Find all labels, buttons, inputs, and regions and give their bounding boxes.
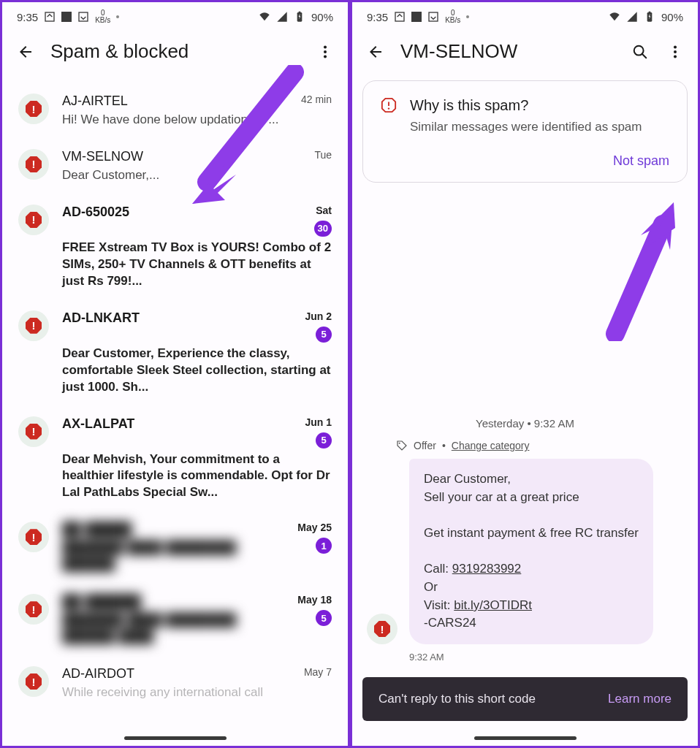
wifi-icon — [259, 11, 270, 23]
battery-percent: 90% — [311, 11, 333, 23]
unread-badge: 30 — [314, 221, 332, 237]
list-item[interactable]: ! VM-SELNOW Tue Dear Customer,... — [2, 139, 348, 194]
not-spam-button[interactable]: Not spam — [613, 153, 669, 168]
status-dot — [466, 15, 469, 18]
svg-point-6 — [324, 55, 327, 58]
spam-octagon-icon: ! — [26, 156, 42, 172]
status-time: 9:35 — [367, 11, 388, 23]
item-time: May 25 — [297, 522, 332, 533]
preview: ███████ ████ ████████ ██████ ████ — [62, 612, 284, 646]
svg-point-12 — [674, 45, 677, 48]
phone-conversation: 9:35 0KB/s 90% VM-SELNOW — [350, 0, 700, 748]
list-item-blurred[interactable]: ! ██-██████ ███████ ████ ████████ ██████… — [2, 584, 348, 656]
app-bar: Spam & blocked — [2, 27, 348, 76]
spam-card-title: Why is this spam? — [410, 97, 669, 114]
sender: AJ-AIRTEL — [62, 94, 128, 109]
signal-icon — [276, 11, 288, 23]
preview: Dear Customer,... — [62, 167, 332, 184]
item-time: May 7 — [304, 666, 332, 678]
list-item[interactable]: ! AD-AIRDOT May 7 While receiving any in… — [2, 656, 348, 711]
app-bar: VM-SELNOW — [352, 27, 698, 76]
preview: ███████ ████ ████████ ██████ — [62, 540, 284, 573]
conversation-area[interactable]: Yesterday • 9:32 AM Offer • Change categ… — [352, 187, 698, 670]
preview: Dear Customer, Experience the classy, co… — [62, 346, 332, 396]
preview: Dear Mehvish, Your commitment to a healt… — [62, 451, 332, 502]
spam-avatar: ! — [18, 666, 49, 697]
status-icon-square — [61, 12, 72, 22]
spam-avatar: ! — [18, 310, 49, 341]
list-item[interactable]: ! AD-650025 Sat30 FREE Xstream TV Box is… — [2, 194, 348, 300]
svg-point-14 — [674, 55, 677, 58]
battery-icon — [644, 11, 655, 23]
item-time: May 18 — [297, 594, 332, 606]
item-time: Jun 2 — [305, 310, 332, 322]
preview: While receiving any international call — [62, 684, 332, 701]
unread-badge: 1 — [316, 538, 332, 554]
svg-point-17 — [388, 107, 389, 109]
item-time: Tue — [314, 149, 332, 161]
list-item[interactable]: ! AD-LNKART Jun 25 Dear Customer, Experi… — [2, 300, 348, 406]
svg-rect-10 — [649, 12, 651, 13]
svg-point-4 — [324, 45, 327, 48]
status-bar: 9:35 0KB/s 90% — [352, 2, 698, 27]
status-time: 9:35 — [17, 11, 38, 23]
preview: FREE Xstream TV Box is YOURS! Combo of 2… — [62, 240, 332, 290]
spam-octagon-icon: ! — [374, 621, 390, 637]
sender: AX-LALPAT — [62, 416, 134, 432]
status-icon-2 — [77, 11, 89, 23]
back-arrow-icon[interactable] — [17, 43, 34, 61]
change-category-link[interactable]: Change category — [452, 440, 530, 451]
unread-badge: 5 — [316, 432, 332, 449]
back-arrow-icon[interactable] — [367, 43, 384, 61]
conversation-title[interactable]: VM-SELNOW — [400, 40, 616, 63]
spam-octagon-icon: ! — [26, 212, 42, 228]
preview: Hi! We have done below updation on ... — [62, 112, 332, 129]
spam-avatar: ! — [18, 416, 49, 447]
spam-avatar: ! — [18, 94, 49, 124]
page-title: Spam & blocked — [50, 40, 301, 63]
spam-explanation-card: Why is this spam? Similar messages were … — [362, 80, 688, 183]
status-net-speed: 0KB/s — [445, 9, 460, 24]
message-timestamp: Yesterday • 9:32 AM — [352, 417, 698, 430]
svg-point-13 — [674, 50, 677, 53]
sender-avatar[interactable]: ! — [367, 614, 397, 644]
nav-pill[interactable] — [124, 736, 227, 740]
tag-icon — [396, 440, 408, 451]
sender: ██-██████ — [62, 594, 141, 609]
learn-more-link[interactable]: Learn more — [608, 692, 672, 706]
sender: AD-650025 — [62, 205, 129, 220]
nav-pill[interactable] — [474, 736, 577, 740]
unread-badge: 5 — [316, 610, 332, 626]
sender: AD-LNKART — [62, 310, 140, 326]
more-vert-icon[interactable] — [667, 44, 683, 60]
item-time: 42 min — [301, 94, 332, 105]
message-row: ! Dear Customer, Sell your car at a grea… — [352, 459, 698, 649]
cannot-reply-banner: Can't reply to this short code Learn mor… — [362, 677, 688, 721]
signal-icon — [626, 11, 638, 23]
message-bubble[interactable]: Dear Customer, Sell your car at a great … — [409, 459, 653, 644]
list-item[interactable]: ! AX-LALPAT Jun 15 Dear Mehvish, Your co… — [2, 406, 348, 512]
list-item[interactable]: ! AJ-AIRTEL 42 min Hi! We have done belo… — [2, 83, 348, 139]
item-time: Sat — [316, 205, 332, 216]
spam-octagon-icon: ! — [26, 529, 42, 545]
category-row: Offer • Change category — [352, 438, 698, 459]
status-dot — [116, 15, 119, 18]
phone-spam-list: 9:35 0KB/s 90% Spam & blocked — [0, 0, 350, 748]
phone-link[interactable]: 9319283992 — [452, 562, 522, 576]
battery-percent: 90% — [661, 11, 683, 23]
search-icon[interactable] — [632, 44, 648, 60]
item-time: Jun 1 — [305, 416, 332, 428]
spam-avatar: ! — [18, 522, 49, 552]
spam-octagon-icon: ! — [26, 601, 42, 617]
url-link[interactable]: bit.ly/3OTIDRt — [454, 598, 532, 612]
sender: ██-█████ — [62, 522, 132, 537]
bubble-time: 9:32 AM — [352, 649, 698, 663]
spam-card-desc: Similar messages were identified as spam — [410, 120, 669, 134]
message-list[interactable]: ! AJ-AIRTEL 42 min Hi! We have done belo… — [2, 76, 348, 746]
more-vert-icon[interactable] — [317, 44, 333, 60]
spam-warning-icon — [381, 97, 397, 113]
spam-octagon-icon: ! — [26, 101, 42, 117]
list-item-blurred[interactable]: ! ██-█████ ███████ ████ ████████ ██████ … — [2, 511, 348, 584]
status-net-speed: 0KB/s — [95, 9, 110, 24]
sender: AD-AIRDOT — [62, 666, 134, 682]
